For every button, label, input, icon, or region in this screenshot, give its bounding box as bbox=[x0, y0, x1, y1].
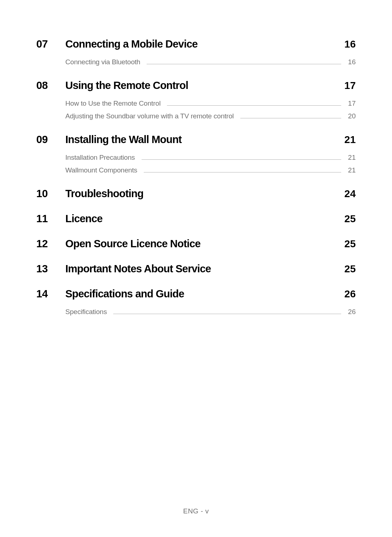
section-number: 13 bbox=[36, 263, 65, 275]
sub-section-page-number: 26 bbox=[346, 308, 356, 316]
page-content: 07Connecting a Mobile Device16Connecting… bbox=[0, 0, 392, 316]
section-page-number: 24 bbox=[341, 188, 356, 200]
section-title: Important Notes About Service bbox=[65, 263, 341, 275]
section-page-number: 25 bbox=[341, 263, 356, 275]
leader-line bbox=[167, 105, 341, 106]
toc-section: 09Installing the Wall Mount21Installatio… bbox=[36, 134, 356, 175]
section-page-number: 21 bbox=[341, 134, 356, 146]
sub-section-page-number: 21 bbox=[346, 154, 356, 162]
section-title: Connecting a Mobile Device bbox=[65, 38, 341, 50]
sub-section-page-number: 16 bbox=[346, 58, 356, 66]
sub-section-title: Wallmount Components bbox=[65, 166, 137, 174]
leader-line bbox=[240, 118, 341, 118]
leader-line bbox=[144, 172, 341, 172]
section-number: 07 bbox=[36, 38, 65, 50]
section-page-number: 25 bbox=[341, 213, 356, 225]
sub-section-title: Specifications bbox=[65, 308, 107, 316]
section-title: Licence bbox=[65, 213, 341, 225]
sub-section-title: Connecting via Bluetooth bbox=[65, 58, 140, 66]
section-page-number: 25 bbox=[341, 238, 356, 250]
toc-section: 07Connecting a Mobile Device16Connecting… bbox=[36, 38, 356, 66]
toc-sub-row[interactable]: Installation Precautions21 bbox=[36, 154, 356, 162]
section-page-number: 17 bbox=[341, 80, 356, 91]
leader-line bbox=[142, 159, 341, 160]
section-number: 10 bbox=[36, 188, 65, 200]
sub-section-page-number: 20 bbox=[346, 112, 356, 120]
toc-section: 12Open Source Licence Notice25 bbox=[36, 238, 356, 250]
section-title: Troubleshooting bbox=[65, 188, 341, 200]
toc-sub-row[interactable]: Adjusting the Soundbar volume with a TV … bbox=[36, 112, 356, 121]
toc-sub-row[interactable]: Connecting via Bluetooth16 bbox=[36, 58, 356, 66]
toc-section: 08Using the Remote Control17How to Use t… bbox=[36, 80, 356, 121]
section-title: Using the Remote Control bbox=[65, 80, 341, 91]
toc-sub-row[interactable]: Specifications26 bbox=[36, 308, 356, 316]
section-number: 11 bbox=[36, 213, 65, 225]
sub-section-page-number: 21 bbox=[346, 166, 356, 174]
toc-sub-row[interactable]: Wallmount Components21 bbox=[36, 166, 356, 175]
leader-line bbox=[113, 314, 341, 314]
toc-section-row[interactable]: 10Troubleshooting24 bbox=[36, 188, 356, 200]
section-number: 12 bbox=[36, 238, 65, 250]
sub-section-title: Installation Precautions bbox=[65, 154, 135, 162]
toc-section: 14Specifications and Guide26Specificatio… bbox=[36, 288, 356, 316]
section-page-number: 16 bbox=[341, 38, 356, 50]
toc-section: 10Troubleshooting24 bbox=[36, 188, 356, 200]
toc-section-row[interactable]: 11Licence25 bbox=[36, 213, 356, 225]
section-title: Specifications and Guide bbox=[65, 288, 341, 300]
sub-section-title: Adjusting the Soundbar volume with a TV … bbox=[65, 112, 234, 120]
section-number: 14 bbox=[36, 288, 65, 300]
toc-section-row[interactable]: 08Using the Remote Control17 bbox=[36, 80, 356, 91]
toc-section-row[interactable]: 13Important Notes About Service25 bbox=[36, 263, 356, 275]
toc-section-row[interactable]: 09Installing the Wall Mount21 bbox=[36, 134, 356, 146]
section-title: Installing the Wall Mount bbox=[65, 134, 341, 146]
sub-section-page-number: 17 bbox=[346, 99, 356, 107]
toc-section: 13Important Notes About Service25 bbox=[36, 263, 356, 275]
toc-section: 11Licence25 bbox=[36, 213, 356, 225]
section-number: 08 bbox=[36, 80, 65, 91]
section-number: 09 bbox=[36, 134, 65, 146]
section-title: Open Source Licence Notice bbox=[65, 238, 341, 250]
leader-line bbox=[147, 64, 341, 64]
toc-section-row[interactable]: 12Open Source Licence Notice25 bbox=[36, 238, 356, 250]
page-footer: ENG - v bbox=[0, 507, 392, 515]
toc-sub-row[interactable]: How to Use the Remote Control17 bbox=[36, 99, 356, 108]
table-of-contents: 07Connecting a Mobile Device16Connecting… bbox=[36, 38, 356, 316]
section-page-number: 26 bbox=[341, 288, 356, 300]
sub-section-title: How to Use the Remote Control bbox=[65, 99, 160, 107]
toc-section-row[interactable]: 14Specifications and Guide26 bbox=[36, 288, 356, 300]
toc-section-row[interactable]: 07Connecting a Mobile Device16 bbox=[36, 38, 356, 50]
